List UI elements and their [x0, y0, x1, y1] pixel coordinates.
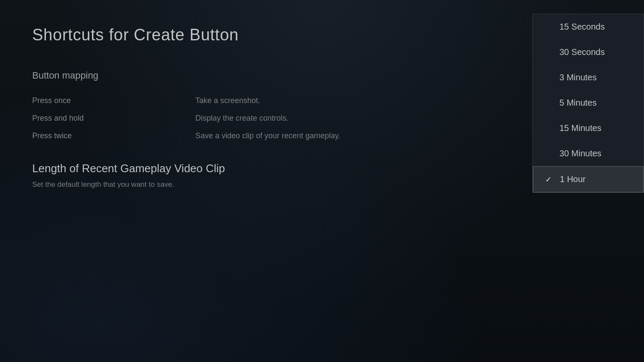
- dropdown-item[interactable]: ✓30 Minutes: [533, 141, 644, 166]
- dropdown-item[interactable]: ✓15 Minutes: [533, 116, 644, 141]
- mapping-label: Press and hold: [32, 114, 195, 123]
- dropdown-item[interactable]: ✓5 Minutes: [533, 90, 644, 116]
- dropdown-wrapper: ✓15 Seconds✓30 Seconds✓3 Minutes✓5 Minut…: [532, 0, 644, 362]
- mapping-label: Press once: [32, 96, 195, 105]
- dropdown-item-label: 1 Hour: [560, 174, 586, 184]
- dropdown-item-label: 3 Minutes: [559, 73, 597, 82]
- dropdown-item-label: 30 Minutes: [559, 149, 601, 158]
- mapping-value: Display the create controls.: [195, 114, 289, 123]
- dropdown-item-label: 30 Seconds: [559, 47, 605, 57]
- check-icon: ✓: [545, 175, 555, 184]
- mapping-label: Press twice: [32, 131, 195, 140]
- dropdown-item-label: 15 Seconds: [559, 22, 605, 32]
- mapping-value: Take a screenshot.: [195, 96, 260, 105]
- dropdown-item-label: 15 Minutes: [559, 123, 601, 133]
- dropdown-item[interactable]: ✓3 Minutes: [533, 65, 644, 90]
- dropdown-panel: ✓15 Seconds✓30 Seconds✓3 Minutes✓5 Minut…: [532, 14, 644, 193]
- mapping-value: Save a video clip of your recent gamepla…: [195, 131, 340, 140]
- dropdown-item[interactable]: ✓1 Hour: [533, 166, 644, 192]
- dropdown-item-label: 5 Minutes: [559, 98, 597, 108]
- dropdown-item[interactable]: ✓30 Seconds: [533, 40, 644, 65]
- dropdown-item[interactable]: ✓15 Seconds: [533, 14, 644, 40]
